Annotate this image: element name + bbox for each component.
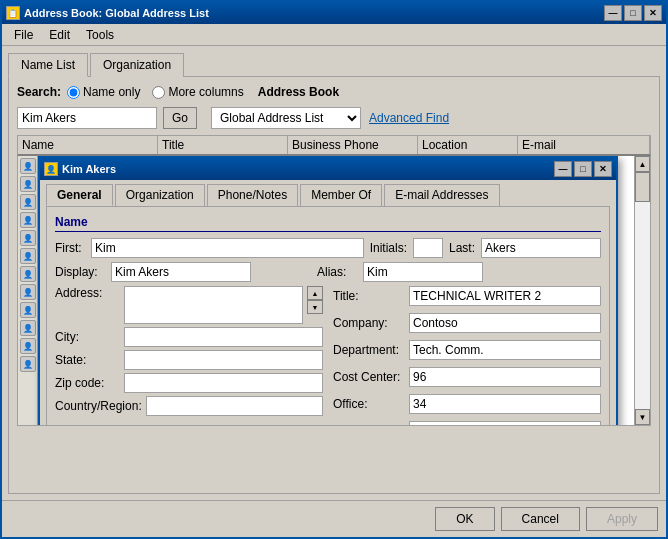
company-input[interactable]	[409, 313, 601, 333]
title-input[interactable]	[409, 286, 601, 306]
zip-input[interactable]	[124, 373, 323, 393]
state-input[interactable]	[124, 350, 323, 370]
menu-file[interactable]: File	[6, 26, 41, 44]
country-row: Country/Region:	[55, 396, 323, 416]
department-row: Department:	[333, 340, 601, 360]
state-row: State:	[55, 350, 323, 370]
inner-title-buttons: — □ ✕	[554, 161, 612, 177]
display-label: Display:	[55, 265, 105, 279]
country-label: Country/Region:	[55, 399, 142, 413]
display-input[interactable]	[111, 262, 251, 282]
initials-input[interactable]	[413, 238, 443, 258]
outer-bottom-buttons: OK Cancel Apply	[2, 500, 666, 537]
side-icon-2: 👤	[20, 176, 36, 192]
tab-name-list[interactable]: Name List	[8, 53, 88, 77]
side-icon-4: 👤	[20, 212, 36, 228]
tab-content: Search: Name only More columns Address B…	[8, 76, 660, 494]
search-area: Search: Name only More columns Address B…	[17, 85, 651, 99]
scrollbar-thumb[interactable]	[635, 172, 650, 202]
address-input[interactable]	[124, 286, 303, 324]
inner-form: Name First: Initials: Last: Disp	[46, 206, 610, 426]
outer-window: 📋 Address Book: Global Address List — □ …	[0, 0, 668, 539]
main-content: Name List Organization Search: Name only…	[2, 46, 666, 500]
company-label: Company:	[333, 316, 403, 330]
cost-center-label: Cost Center:	[333, 370, 403, 384]
alias-label: Alias:	[317, 265, 357, 279]
city-input[interactable]	[124, 327, 323, 347]
first-label: First:	[55, 241, 85, 255]
address-row: Address: ▲ ▼	[55, 286, 323, 324]
menu-edit[interactable]: Edit	[41, 26, 78, 44]
phone-input[interactable]	[409, 421, 601, 426]
inner-tab-organization[interactable]: Organization	[115, 184, 205, 206]
office-label: Office:	[333, 397, 403, 411]
cost-center-input[interactable]	[409, 367, 601, 387]
country-input[interactable]	[146, 396, 323, 416]
address-book-controls: Global Address List Advanced Find	[211, 107, 449, 129]
inner-tab-email-addresses[interactable]: E-mail Addresses	[384, 184, 499, 206]
outer-maximize-button[interactable]: □	[624, 5, 642, 21]
title-row: Title:	[333, 286, 601, 306]
inner-tab-member-of[interactable]: Member Of	[300, 184, 382, 206]
tab-organization[interactable]: Organization	[90, 53, 184, 77]
side-icon-1: 👤	[20, 158, 36, 174]
addr-scroll-down[interactable]: ▼	[307, 300, 323, 314]
side-icon-3: 👤	[20, 194, 36, 210]
header-phone: Business Phone	[288, 136, 418, 154]
zip-row: Zip code:	[55, 373, 323, 393]
city-row: City:	[55, 327, 323, 347]
phone-label: Phone:	[333, 424, 403, 426]
tab-bar: Name List Organization	[8, 52, 660, 76]
inner-minimize-button[interactable]: —	[554, 161, 572, 177]
scrollbar-track	[635, 172, 650, 409]
inner-title-icon: 👤	[44, 162, 58, 176]
inner-title-text: Kim Akers	[62, 163, 554, 175]
title-label: Title:	[333, 289, 403, 303]
radio-more-columns-input[interactable]	[152, 86, 165, 99]
menu-tools[interactable]: Tools	[78, 26, 122, 44]
inner-tab-general[interactable]: General	[46, 184, 113, 206]
apply-button[interactable]: Apply	[586, 507, 658, 531]
last-input[interactable]	[481, 238, 601, 258]
phone-row: Phone:	[333, 421, 601, 426]
address-book-dropdown[interactable]: Global Address List	[211, 107, 361, 129]
ok-button[interactable]: OK	[435, 507, 494, 531]
address-scrollbar: ▲ ▼	[307, 286, 323, 314]
list-area: 👤 👤 👤 👤 👤 👤 👤 👤 👤 👤 👤 👤	[17, 156, 651, 426]
outer-close-button[interactable]: ✕	[644, 5, 662, 21]
header-location: Location	[418, 136, 518, 154]
name-section-label: Name	[55, 215, 601, 232]
inner-titlebar: 👤 Kim Akers — □ ✕	[40, 158, 616, 180]
first-last-row: First: Initials: Last:	[55, 238, 601, 258]
outer-minimize-button[interactable]: —	[604, 5, 622, 21]
alias-input[interactable]	[363, 262, 483, 282]
header-title: Title	[158, 136, 288, 154]
radio-name-only-input[interactable]	[67, 86, 80, 99]
office-input[interactable]	[409, 394, 601, 414]
department-label: Department:	[333, 343, 403, 357]
inner-tab-phone-notes[interactable]: Phone/Notes	[207, 184, 298, 206]
address-book-label: Address Book	[258, 85, 339, 99]
radio-name-only[interactable]: Name only	[67, 85, 140, 99]
advanced-find-link[interactable]: Advanced Find	[369, 111, 449, 125]
addr-scroll-up[interactable]: ▲	[307, 286, 323, 300]
inner-maximize-button[interactable]: □	[574, 161, 592, 177]
radio-more-columns[interactable]: More columns	[152, 85, 243, 99]
side-icon-11: 👤	[20, 338, 36, 354]
go-button[interactable]: Go	[163, 107, 197, 129]
side-icon-8: 👤	[20, 284, 36, 300]
cancel-button[interactable]: Cancel	[501, 507, 580, 531]
header-name: Name	[18, 136, 158, 154]
first-input[interactable]	[91, 238, 364, 258]
outer-title-buttons: — □ ✕	[604, 5, 662, 21]
search-input[interactable]	[17, 107, 157, 129]
scroll-up-button[interactable]: ▲	[635, 156, 650, 172]
inner-tabs: General Organization Phone/Notes Member …	[40, 180, 616, 206]
scroll-down-button[interactable]: ▼	[635, 409, 650, 425]
search-label: Search:	[17, 85, 61, 99]
inner-close-button[interactable]: ✕	[594, 161, 612, 177]
company-row: Company:	[333, 313, 601, 333]
side-icons: 👤 👤 👤 👤 👤 👤 👤 👤 👤 👤 👤 👤	[18, 156, 38, 425]
department-input[interactable]	[409, 340, 601, 360]
zip-label: Zip code:	[55, 376, 120, 390]
